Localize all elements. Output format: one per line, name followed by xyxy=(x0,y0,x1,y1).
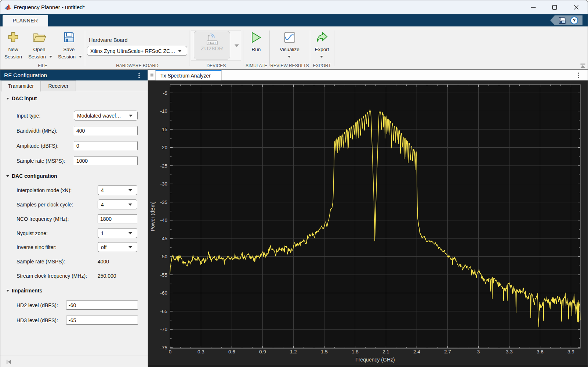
svg-text:2.1: 2.1 xyxy=(382,349,389,355)
svg-text:3.6: 3.6 xyxy=(537,349,544,355)
svg-text:-50: -50 xyxy=(160,254,167,259)
svg-text:3: 3 xyxy=(477,349,480,355)
svg-text:0.3: 0.3 xyxy=(197,349,204,355)
svg-text:0: 0 xyxy=(169,349,172,355)
svg-text:-45: -45 xyxy=(160,236,167,241)
svg-text:1.8: 1.8 xyxy=(352,349,359,355)
svg-text:-20: -20 xyxy=(160,145,167,150)
svg-text:2.7: 2.7 xyxy=(444,349,451,355)
svg-text:-40: -40 xyxy=(160,217,167,223)
svg-text:2.4: 2.4 xyxy=(413,349,420,355)
svg-text:3.3: 3.3 xyxy=(506,349,513,355)
svg-text:-30: -30 xyxy=(160,181,167,187)
svg-text:0.6: 0.6 xyxy=(228,349,235,355)
svg-text:-35: -35 xyxy=(160,199,167,205)
svg-text:?: ? xyxy=(573,18,576,23)
svg-text:-10: -10 xyxy=(160,108,167,114)
svg-text:-70: -70 xyxy=(160,327,167,332)
svg-text:-55: -55 xyxy=(160,272,167,278)
svg-text:Power (dBm): Power (dBm) xyxy=(150,201,156,231)
svg-text:-60: -60 xyxy=(160,290,167,296)
svg-text:-75: -75 xyxy=(160,345,167,350)
svg-text:-65: -65 xyxy=(160,309,167,314)
svg-text:Frequency (GHz): Frequency (GHz) xyxy=(355,357,395,363)
svg-text:1.5: 1.5 xyxy=(321,349,328,355)
svg-text:3.9: 3.9 xyxy=(567,349,574,355)
svg-text:1.2: 1.2 xyxy=(290,349,297,355)
svg-text:-5: -5 xyxy=(163,90,167,96)
svg-text:-15: -15 xyxy=(160,127,167,132)
svg-text:-25: -25 xyxy=(160,163,167,169)
svg-text:0.9: 0.9 xyxy=(259,349,266,355)
